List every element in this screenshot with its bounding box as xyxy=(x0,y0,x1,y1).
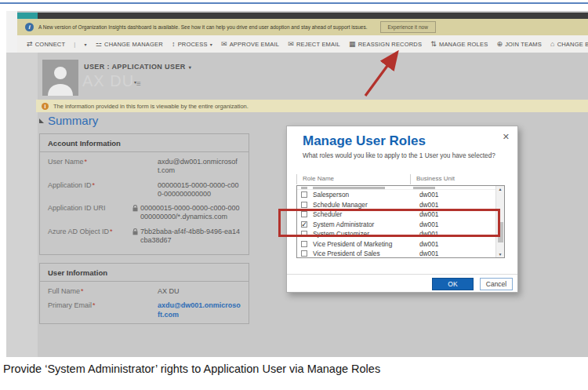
role-row[interactable]: Salesperson dw001 xyxy=(297,190,504,200)
field-row-application-id: Application ID* 00000015-0000-0000-c000-… xyxy=(40,176,249,199)
role-business-unit: dw001 xyxy=(419,210,438,218)
change-manager-button[interactable]: ⚍ CHANGE MANAGER xyxy=(96,41,163,48)
field-row-application-id-uri: Application ID URI 00000015-0000-0000-c0… xyxy=(40,199,249,222)
lock-icon xyxy=(132,228,138,238)
chevron-down-icon: ▾ xyxy=(189,64,191,70)
field-row-primary-email: Primary Email* axdu@dw001.onmicrosoft.co… xyxy=(40,296,249,319)
role-business-unit: dw001 xyxy=(419,221,438,228)
role-checkbox[interactable] xyxy=(301,202,307,208)
field-label: User Name xyxy=(48,158,84,166)
required-asterisk: * xyxy=(85,158,88,166)
scroll-up-icon[interactable]: ▲ xyxy=(496,187,504,191)
field-value: AX DU xyxy=(158,287,241,296)
role-checkbox[interactable] xyxy=(301,191,307,198)
role-checkbox[interactable] xyxy=(301,250,307,257)
reassign-records-icon: ▦ xyxy=(349,41,356,48)
person-icon xyxy=(42,60,78,96)
slide-caption: Provide ‘System Administrator’ rights to… xyxy=(3,363,380,375)
slide-top-rule xyxy=(0,2,588,4)
role-checkbox-checked[interactable]: ✓ xyxy=(301,221,307,228)
role-row[interactable]: Vice President of Marketing dw001 xyxy=(297,239,504,250)
role-name: Schedule Manager xyxy=(313,201,419,209)
role-row[interactable]: Schedule Manager dw001 xyxy=(297,200,504,210)
form-notice-bar: i The information provided in this form … xyxy=(36,100,588,112)
process-button[interactable]: ↕ PROCESS ▾ xyxy=(172,41,212,48)
form-notice-text: The information provided in this form is… xyxy=(53,103,249,110)
scrollbar[interactable]: ▲ ▼ xyxy=(495,186,504,257)
role-name: Scheduler xyxy=(313,210,419,218)
join-teams-button[interactable]: ⊕ JOIN TEAMS xyxy=(496,41,542,48)
avatar xyxy=(42,60,78,96)
connect-dropdown-button[interactable]: ▾ xyxy=(85,42,87,47)
connect-icon: ⇄ xyxy=(27,41,33,48)
roles-list[interactable]: Salesperson dw001 Schedule Manager dw001… xyxy=(296,185,505,258)
manage-user-roles-dialog: Manage User Roles ✕ What roles would you… xyxy=(286,126,518,293)
user-information-card: User Information Full Name* AX DU Primar… xyxy=(39,263,249,324)
dialog-subtitle: What roles would you like to apply to th… xyxy=(303,152,495,159)
role-checkbox[interactable] xyxy=(301,241,307,247)
primary-email-link[interactable]: axdu@dw001.onmicrosoft.com xyxy=(158,301,241,319)
command-bar: ⇄ CONNECT | ▾ ⚍ CHANGE MANAGER ↕ PROCESS… xyxy=(17,35,588,53)
left-margin xyxy=(6,11,17,53)
warning-info-icon: i xyxy=(42,103,49,110)
field-value: 7bb2baba-af4f-4b8b-9496-ea14cba38d67 xyxy=(140,228,241,246)
cancel-button[interactable]: Cancel xyxy=(480,278,513,290)
user-information-title: User Information xyxy=(40,264,249,282)
lock-icon xyxy=(132,205,138,214)
role-name: Vice President of Sales xyxy=(313,250,419,257)
ok-button[interactable]: OK xyxy=(432,278,474,290)
field-label: Full Name xyxy=(48,287,80,295)
change-business-unit-button[interactable]: ⌂ CHANGE BUSINESS UNIT xyxy=(550,41,588,48)
role-row[interactable]: System Customizer dw001 xyxy=(297,229,504,239)
chevron-down-icon: ▾ xyxy=(210,42,212,47)
field-label: Azure AD Object ID xyxy=(48,228,109,235)
role-row-partial[interactable] xyxy=(297,186,504,190)
role-row-system-administrator[interactable]: ✓ System Administrator dw001 xyxy=(297,220,504,230)
field-row-full-name: Full Name* AX DU xyxy=(40,282,249,296)
notification-bar: i A New version of Organization Insights… xyxy=(17,19,588,35)
dialog-title: Manage User Roles xyxy=(303,133,426,149)
experience-it-now-button[interactable]: Experience it now xyxy=(380,21,436,33)
role-row[interactable]: Vice President of Sales dw001 xyxy=(297,249,504,258)
change-manager-icon: ⚍ xyxy=(96,41,102,48)
change-business-unit-icon: ⌂ xyxy=(550,41,555,48)
role-checkbox[interactable] xyxy=(301,211,307,217)
toolbar-divider: | xyxy=(74,41,75,48)
close-icon[interactable]: ✕ xyxy=(503,132,510,142)
approve-email-button[interactable]: ✉ APPROVE EMAIL xyxy=(221,41,279,48)
record-name: AX DU xyxy=(82,72,134,90)
role-checkbox[interactable] xyxy=(301,231,307,237)
column-role-name: Role Name xyxy=(296,174,410,184)
role-name: Vice President of Marketing xyxy=(313,240,419,248)
chevron-down-icon: ▾ xyxy=(85,42,87,47)
reassign-records-button[interactable]: ▦ REASSIGN RECORDS xyxy=(349,41,422,48)
join-teams-icon: ⊕ xyxy=(496,41,503,48)
role-business-unit: dw001 xyxy=(419,230,438,238)
reject-email-icon: ✉ xyxy=(288,41,294,48)
summary-section-header[interactable]: Summary xyxy=(39,114,98,127)
scroll-down-icon[interactable]: ▼ xyxy=(496,252,504,257)
form-selector-icon[interactable]: ▾≡ xyxy=(134,79,141,88)
reject-email-button[interactable]: ✉ REJECT EMAIL xyxy=(288,41,340,48)
connect-button[interactable]: ⇄ CONNECT xyxy=(27,41,65,48)
column-business-unit: Business Unit xyxy=(410,174,505,184)
role-business-unit: dw001 xyxy=(419,201,438,209)
field-label: Primary Email xyxy=(48,301,92,309)
info-icon: i xyxy=(25,23,34,31)
field-label: Application ID xyxy=(48,181,92,189)
scrollbar-thumb[interactable] xyxy=(498,222,503,242)
manage-roles-button[interactable]: ⇅ MANAGE ROLES xyxy=(430,41,488,48)
entity-breadcrumb[interactable]: USER : APPLICATION USER ▾ xyxy=(84,63,191,71)
required-asterisk: * xyxy=(110,228,113,235)
field-value: axdu@dw001.onmicrosoft.com xyxy=(158,158,241,176)
field-value: 00000015-0000-0000-c000-000000000000 xyxy=(158,181,241,199)
role-business-unit: dw001 xyxy=(419,240,438,248)
role-row[interactable]: Scheduler dw001 xyxy=(297,210,504,220)
role-name: System Customizer xyxy=(313,230,419,238)
account-information-title: Account Information xyxy=(40,134,249,152)
required-asterisk: * xyxy=(93,301,96,309)
slide: i A New version of Organization Insights… xyxy=(0,0,588,390)
account-information-card: Account Information User Name* axdu@dw00… xyxy=(39,133,249,255)
field-row-user-name: User Name* axdu@dw001.onmicrosoft.com xyxy=(40,152,249,176)
active-tab-indicator xyxy=(17,13,38,19)
